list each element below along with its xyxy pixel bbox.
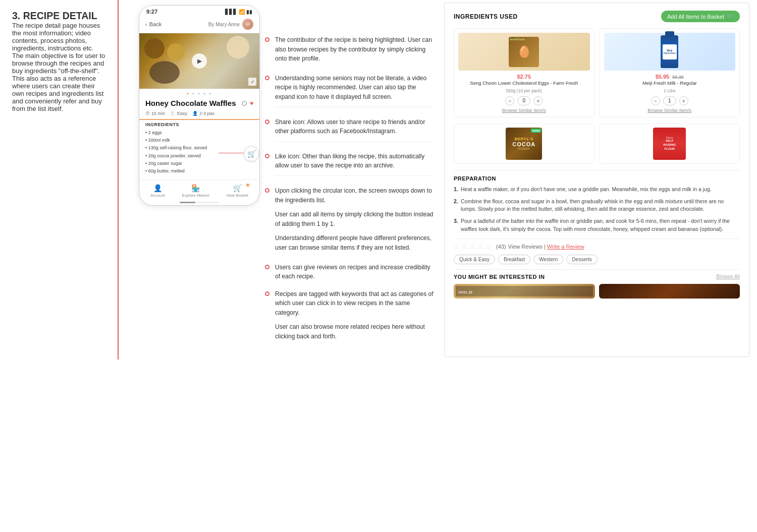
browse-all-link[interactable]: Browse All — [716, 274, 740, 279]
milk-browse-similar[interactable]: Browse Similar Item/s — [604, 108, 736, 113]
ann-text-1: The contributor of the recipe is being h… — [275, 35, 434, 64]
you-might-section: YOU MIGHT BE INTERESTED IN Browse All Wr… — [454, 269, 740, 299]
ann-dot-5 — [265, 188, 269, 193]
step-text-1: Heat a waffle maker, or if you don't hav… — [461, 186, 712, 192]
nav-basket[interactable]: 🛒 View Basket — [226, 184, 248, 198]
you-might-grid: Writs @ — [454, 284, 740, 299]
preparation-section: PREPARATION 1. Heat a waffle maker, or i… — [454, 170, 740, 233]
section-heading: 3. RECIPE DETAIL — [12, 10, 107, 22]
star-rating-row: ☆ ☆ ☆ ☆ ☆ (43) View Reviews | Write a Re… — [454, 243, 740, 251]
write-review-link[interactable]: Write a Review — [547, 244, 584, 250]
egg-price-value: $2.75 — [517, 74, 531, 80]
egg-qty-increase[interactable]: + — [533, 96, 543, 105]
annotation-basket: Upon clicking the circular icon, the scr… — [275, 186, 434, 253]
prep-step-3: 3. Pour a ladleful of the batter into th… — [454, 217, 740, 233]
egg-qty-decrease[interactable]: − — [505, 96, 514, 105]
right-info-panel: INGREDIENTS USED Add All Items to Basket… — [444, 3, 749, 357]
like-icon[interactable]: ♥ — [250, 100, 253, 107]
product-card-flour: Prima SELFRAISINGFLOUR — [600, 124, 740, 164]
milk-price-value: $5.95 — [656, 74, 670, 80]
ann-text-6: Users can give reviews on recipes and in… — [275, 263, 434, 281]
ann-dot-4 — [265, 154, 269, 158]
chevron-left-icon: ‹ — [145, 21, 147, 27]
servings-label: 2-3 pax — [199, 111, 214, 116]
milk-product-image: Meiji FRESH MILK — [604, 33, 736, 71]
cocoa-sub: POWDER — [518, 147, 530, 150]
product-card-cocoa: Halal BERYL'S COCOA POWDER — [454, 124, 594, 164]
ingredients-title: INGREDIENTS — [145, 122, 253, 127]
nav-account[interactable]: 👤 Account — [150, 184, 165, 198]
author-info[interactable]: By Mary Anne M — [208, 19, 253, 30]
cocoa-product-image: Halal BERYL'S COCOA POWDER — [506, 128, 542, 160]
related-recipe-1-label: Writs @ — [458, 290, 472, 294]
nav-explore[interactable]: 🏪 Explore Market — [182, 184, 209, 198]
account-label: Account — [150, 193, 165, 198]
recipe-title-area: Honey Chocolate Waffles ⬡ ♥ ⏱ 15 min 🍴 E… — [139, 97, 259, 119]
milk-name: Meiji Fresh Milk - Regular — [604, 80, 736, 87]
milk-weight: 1 Litre — [604, 88, 736, 93]
back-button[interactable]: ‹ Back — [145, 21, 161, 27]
prep-step-2: 2. Combine the flour, cocoa and sugar in… — [454, 198, 740, 214]
phone-bottom-nav: 👤 Account 🏪 Explore Market 🛒 View Basket — [139, 180, 259, 200]
account-icon: 👤 — [153, 184, 162, 192]
annotation-like: Like icon: Other than liking the recipe,… — [275, 152, 434, 176]
ann-text-5c: Understanding different people have diff… — [275, 233, 434, 252]
related-recipe-2[interactable] — [599, 284, 740, 299]
tag-breakfast[interactable]: Breakfast — [498, 255, 530, 264]
tag-quick-easy[interactable]: Quick & Easy — [454, 255, 495, 264]
milk-price: $5.95 $6.35 — [604, 74, 736, 80]
you-might-title: YOU MIGHT BE INTERESTED IN — [454, 274, 545, 280]
review-links: View Reviews | Write a Review — [508, 244, 584, 250]
cocoa-text: COCOA — [512, 141, 535, 147]
recipe-image[interactable]: ▶ ⤢ — [139, 33, 259, 89]
tag-desserts[interactable]: Desserts — [566, 255, 597, 264]
review-section: ☆ ☆ ☆ ☆ ☆ (43) View Reviews | Write a Re… — [454, 239, 740, 251]
milk-bottle: Meiji FRESH MILK — [661, 35, 678, 68]
author-avatar: M — [242, 19, 253, 30]
milk-qty-increase[interactable]: + — [679, 96, 688, 105]
left-description-panel: 3. RECIPE DETAIL The recipe detail page … — [0, 0, 119, 360]
section-title: RECIPE DETAIL — [23, 10, 97, 21]
egg-qty-value: 0 — [517, 96, 530, 105]
explore-icon: 🏪 — [191, 184, 200, 192]
step-num-3: 3. — [454, 217, 458, 225]
ingredients-used-header: INGREDIENTS USED Add All Items to Basket… — [454, 11, 740, 22]
milk-price-original: $6.35 — [672, 75, 684, 80]
recipe-title: Honey Chocolate Waffles — [145, 99, 242, 108]
add-all-label: Add All Items to Basket — [667, 14, 724, 20]
prep-step-1: 1. Heat a waffle maker, or if you don't … — [454, 186, 740, 194]
step-num-1: 1. — [454, 186, 458, 194]
ingredient-1: • 2 eggs — [145, 129, 253, 137]
milk-qty-decrease[interactable]: − — [651, 96, 660, 105]
review-count: (43) — [496, 244, 506, 250]
expand-icon[interactable]: ⤢ — [248, 78, 256, 86]
star-3: ☆ — [470, 243, 476, 251]
ingredient-3: • 130g self-raising flour, sieved — [145, 144, 253, 152]
description-1: The recipe detail page houses the most i… — [12, 22, 107, 52]
annotation-share: Share icon: Allows user to share recipe … — [275, 117, 434, 142]
step-text-3: Pour a ladleful of the batter into the w… — [461, 218, 730, 232]
view-reviews-link[interactable]: View Reviews — [508, 244, 543, 250]
ann-text-5b: User can add all items by simply clickin… — [275, 210, 434, 228]
egg-browse-similar[interactable]: Browse Similar Item/s — [458, 108, 590, 113]
basket-icon: 🛒 — [233, 184, 242, 192]
share-icon[interactable]: ⬡ — [242, 100, 247, 107]
add-all-button[interactable]: Add All Items to Basket 🛒 — [661, 11, 740, 22]
phone-time: 9:27 — [146, 9, 157, 15]
milk-qty-value: 1 — [663, 96, 676, 105]
tag-western[interactable]: Western — [533, 255, 563, 264]
product-grid-top: farmFresh 🥚 $2.75 Seng Choon Lower Chole… — [454, 28, 740, 117]
status-icons: ▋▋▋ 📶 ▮▮ — [225, 9, 252, 15]
phone-scrollbar — [180, 202, 219, 203]
star-4: ☆ — [478, 243, 484, 251]
basket-floating-icon[interactable]: 🛒 — [244, 146, 259, 161]
annotation-video: Understanding some seniors may not be li… — [275, 74, 434, 107]
ingredient-6: • 60g butter, melted — [145, 167, 253, 175]
product-card-eggs: farmFresh 🥚 $2.75 Seng Choon Lower Chole… — [454, 28, 594, 117]
author-label: By Mary Anne — [208, 22, 240, 27]
flour-text: SELFRAISINGFLOUR — [663, 139, 676, 151]
play-button[interactable]: ▶ — [192, 53, 207, 69]
annotations-column: The contributor of the recipe is being h… — [265, 0, 444, 360]
flour-product-image: Prima SELFRAISINGFLOUR — [653, 128, 686, 160]
related-recipe-1[interactable]: Writs @ — [454, 284, 595, 299]
